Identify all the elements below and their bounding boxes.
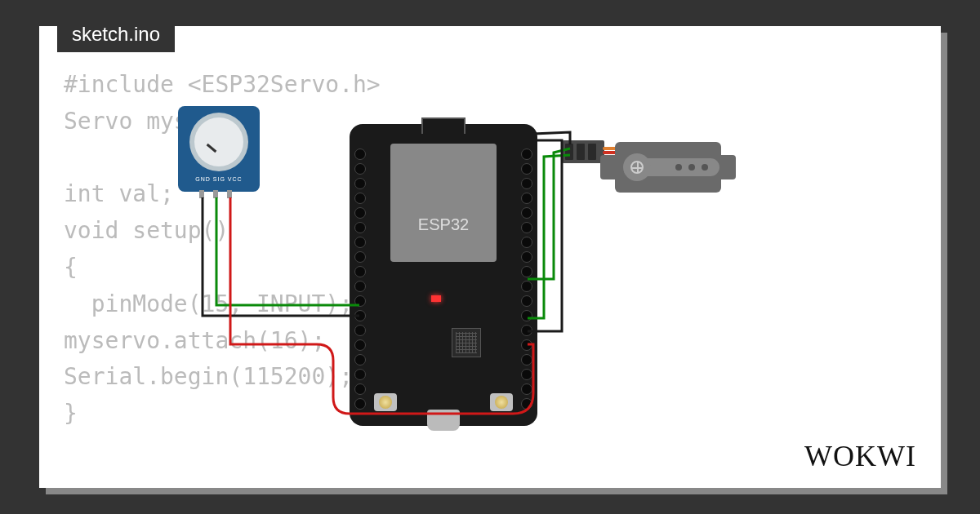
esp32-board[interactable]: ESP32 — [350, 124, 537, 426]
esp32-boot-button[interactable] — [374, 393, 397, 411]
esp32-chip-label: ESP32 — [390, 215, 497, 234]
esp32-antenna — [421, 117, 466, 134]
esp32-usb-chip — [452, 328, 481, 357]
file-tab-label: sketch.ino — [72, 23, 160, 45]
servo-screw-icon — [630, 161, 644, 174]
servo-connector — [562, 140, 604, 163]
pot-knob[interactable] — [194, 117, 243, 166]
esp32-header-right — [521, 148, 532, 410]
wokwi-logo: WOKWI — [804, 439, 916, 473]
pot-pin-labels: GND SIG VCC — [178, 176, 260, 182]
pot-pins — [199, 190, 232, 198]
esp32-en-button[interactable] — [490, 393, 513, 411]
servo-motor[interactable] — [615, 142, 721, 193]
canvas-frame: #include <ESP32Servo.h> Servo myse int v… — [39, 26, 941, 488]
servo-hub — [623, 153, 651, 181]
esp32-header-left — [354, 148, 366, 410]
circuit-diagram[interactable]: GND SIG VCC ESP32 — [39, 26, 941, 488]
potentiometer-module[interactable]: GND SIG VCC — [178, 106, 260, 192]
file-tab[interactable]: sketch.ino — [57, 16, 175, 52]
esp32-rf-shield: ESP32 — [390, 144, 497, 262]
esp32-power-led — [431, 295, 441, 302]
esp32-usb-port — [427, 410, 460, 431]
